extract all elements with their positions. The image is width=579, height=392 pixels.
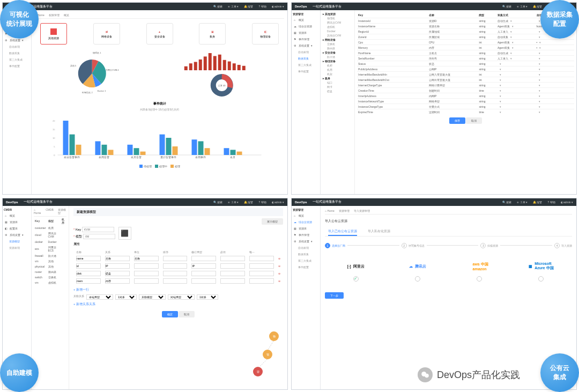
svg-rect-13 [222,60,226,70]
cancel-button[interactable]: 取消 [179,311,195,317]
table-row[interactable]: InternetChargeType网络计费类型string [357,83,574,88]
radio[interactable] [477,276,482,282]
svg-text:本月告警: 本月告警 [131,156,142,159]
model-list[interactable]: ⌂ HomeCMDB资源模型 Key模型机房customer机房cloud腾讯云… [32,206,69,390]
svg-text:本周事件: 本周事件 [195,156,206,159]
svg-rect-31 [102,145,107,155]
card[interactable]: ▣集身 [199,23,226,45]
table-row[interactable]: Status状态string [357,61,574,66]
attr-row[interactable]: ⊖ [75,255,282,262]
sidebar-item[interactable]: 第三方集成 [4,57,30,62]
topbar: DevOps 一站式运维服务平台 🔍 搜索 ⊕ 工单 ▾ 🔔 报警 ? 帮助 ◐… [3,3,287,10]
svg-text:20: 20 [53,120,55,122]
svg-text:本周告警: 本周告警 [99,156,109,159]
svg-rect-38 [160,135,165,155]
svg-rect-26 [63,121,69,155]
sidebar-item[interactable]: 事件配置 [4,64,30,68]
sidebar-title: CMDB [4,208,30,211]
show-model-button[interactable]: 展示模型 [262,218,283,225]
add-row-link[interactable]: + 新增一行 [73,287,283,292]
card[interactable]: 其他资源 [40,23,67,45]
tab[interactable]: 导入已有公有云资源 [328,228,357,236]
svg-rect-15 [232,63,235,70]
svg-text:正常 40: 正常 40 [218,84,225,87]
tab[interactable]: 导入私有化资源 [368,228,390,236]
table-row[interactable]: ZoneId所属区域string自动采集 [357,34,574,40]
cloud-option[interactable]: ▦Microsoft Azure 中国 [525,260,557,282]
save-button[interactable]: 保存 [449,117,465,124]
cancel-button[interactable]: 取消 [466,117,482,124]
table-row[interactable]: HostName主机名string自动生成 [357,50,574,56]
svg-text:物理机 1: 物理机 1 [93,51,101,54]
table-row[interactable]: SerialNumber序列号string人工录入 [357,56,574,61]
svg-rect-35 [134,148,139,155]
svg-rect-17 [242,66,245,70]
radio[interactable] [538,276,544,282]
svg-text:KVM主机 2: KVM主机 2 [82,91,93,94]
sidebar: 资源管理 ⌂概览 ☁综合云资源 ▦资源库 ⚑事件管理 ⚙系统设置 ▾ 自动发现 … [292,10,321,194]
next-button[interactable]: 下一步 [325,292,344,299]
table-row[interactable]: ExpiredTime过期时间time [357,109,574,115]
attr-row[interactable]: ⊖ [75,278,282,284]
svg-text:15: 15 [53,128,55,131]
svg-rect-10 [208,53,211,70]
table-row[interactable]: Memory内存intAgent采集• [357,45,574,50]
sidebar-item[interactable]: 数据采集 [4,51,30,55]
step: 2填写账号信息 [402,243,425,248]
svg-line-50 [268,341,273,350]
events-legend: 待处理处理中处理 [35,165,284,168]
attr-label: 属性 [73,242,80,246]
sidebar-item-active[interactable]: 数据采集 [293,56,319,61]
card[interactable]: ▲安全设备 [146,23,173,45]
key-input[interactable] [82,227,114,232]
svg-rect-30 [95,141,101,155]
cloud-option[interactable]: aws 中国 amazon [463,260,495,282]
svg-rect-28 [76,145,81,155]
panel-data-collection: DevOps一站式运维服务平台 🔍 搜索⊕ 工单 ▾🔔 报警? 帮助◐ admi… [291,2,577,195]
attr-row[interactable]: ⊖ [75,270,282,277]
svg-text:本月: 本月 [230,156,235,159]
card[interactable]: ⇄网络设备 [93,23,120,45]
model-form: 新建资源模型 展示模型 * Key * 模型 ⬛ 属性 名称关系单位排序修订类型… [69,206,287,390]
resource-tree[interactable]: ▸ 其他资源物理机腾讯云CVM虚拟机Docker其他云CVM▸ 网络设备交换机路… [321,10,355,194]
sidebar-item[interactable]: ⚙系统设置 ▾ [4,38,30,42]
nav-user[interactable]: ◐ admin ▾ [272,5,284,8]
card[interactable]: ◧物理设备 [252,23,279,45]
add-relation-link[interactable]: + 新增关系关系 [73,302,283,307]
bar-and-donut: 正常 40 [162,49,281,98]
table-row[interactable]: InstanceNetworkType网络类型string [357,99,574,104]
cloud-option[interactable]: ☁腾讯云 [402,260,434,282]
radio[interactable] [415,276,420,282]
events-sub: 共28条 0处理中 18已处理 0已关闭 [35,108,284,111]
svg-text:其他 5: 其他 5 [70,64,77,67]
svg-rect-36 [140,152,146,155]
table-row[interactable]: PublicIpAddress公网IPstring [357,66,574,72]
svg-rect-9 [203,56,206,70]
table-row[interactable]: RegionId所属地域string人工录入 [357,29,574,34]
radio[interactable] [353,276,359,282]
table-row[interactable]: InstanceChargeType付费方式string [357,104,574,109]
table-row[interactable]: CreationTime创建时间time [357,88,574,93]
table-row[interactable]: InternetMaxBandwidthIn公网入带宽最大值int [357,72,574,77]
ok-button[interactable]: 确定 [162,311,178,317]
svg-rect-48 [237,152,242,155]
box-icon [50,28,57,35]
relation-row: 关联关系 本端类型 1对多 关联模型 对端类型 1对多 [73,294,283,300]
cube-icon[interactable]: ⬛ [118,227,131,240]
nav-search[interactable]: 🔍 搜索 [213,5,222,8]
table-row[interactable]: InternetMaxBandwidthOut公网出带宽最大值int [357,77,574,83]
cloud-option[interactable]: [-]阿里云 [340,260,372,282]
table-row[interactable]: CpuCPUintAgent采集• [357,40,574,45]
nav-alert[interactable]: 🔔 报警 [244,5,253,8]
table-row[interactable]: InnerIpAddress内网IPstring [357,93,574,99]
sidebar-title: 资源管理 [293,208,319,211]
name-input[interactable] [83,234,115,239]
nav-help[interactable]: ? 帮助 [258,5,266,8]
svg-text:0: 0 [54,154,55,157]
attr-row[interactable]: ⊖ [75,263,282,269]
events-title: 事件统计 [35,101,284,106]
svg-rect-27 [70,135,75,155]
sidebar-item[interactable]: 自动发现 [4,45,30,49]
svg-rect-7 [194,62,197,70]
nav-work[interactable]: ⊕ 工单 ▾ [228,5,239,8]
